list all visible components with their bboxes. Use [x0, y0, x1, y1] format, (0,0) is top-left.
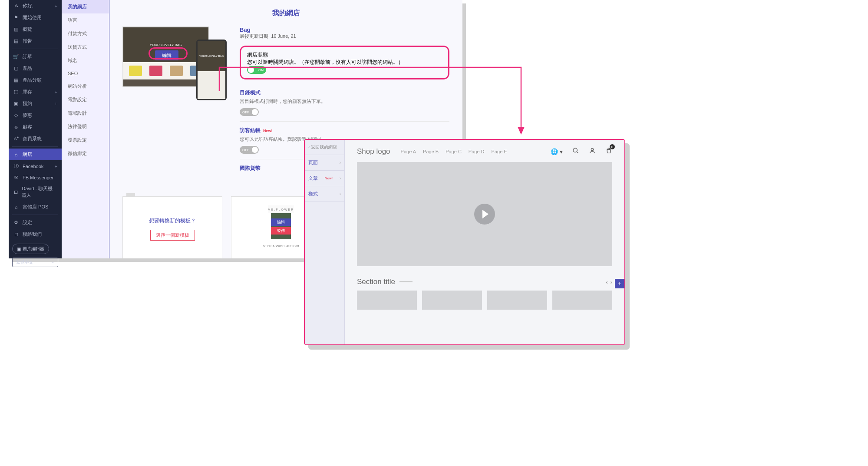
template-question: 想要轉換新的模板？: [149, 217, 196, 225]
cart-icon: 🛒: [13, 54, 19, 59]
page-link[interactable]: Page E: [492, 149, 507, 154]
sidebar-item-實體店 POS[interactable]: ⌂實體店 POS: [9, 201, 62, 213]
svg-point-0: [573, 148, 577, 152]
subnav-item[interactable]: 微信綁定: [62, 147, 109, 160]
gear-icon: ⚙: [13, 220, 19, 225]
subnav-item[interactable]: 我的網店: [62, 0, 109, 13]
subnav-item[interactable]: 語言: [62, 13, 109, 27]
sidebar-item-David - 聊天機器人[interactable]: ⊡David - 聊天機器人: [9, 183, 62, 201]
brand-logo: art: [295, 245, 299, 248]
product-thumb: [149, 66, 162, 76]
page-link[interactable]: Page D: [469, 149, 485, 154]
search-icon[interactable]: [572, 147, 579, 155]
editor-back-button[interactable]: ‹ 返回我的網店: [305, 140, 344, 155]
globe-icon[interactable]: 🌐 ▾: [551, 148, 563, 155]
product-card-placeholder[interactable]: [487, 291, 547, 310]
editor-nav-item[interactable]: 頁面›: [305, 155, 344, 171]
sidebar-item-產品分類[interactable]: ▦產品分類: [9, 74, 62, 86]
catalog-mode-desc: 當目錄模式打開時，您的顧客無法下單。: [240, 98, 449, 105]
choose-template-button[interactable]: 選擇一個新模板: [150, 230, 195, 241]
sidebar-item-設定[interactable]: ⚙設定: [9, 217, 62, 228]
sidebar-items: ዶ你好,+⚑開始使用▥概覽▤報告🛒訂單▢產品▦產品分類⬚庫存+▣預約+◇優惠☺顧…: [9, 0, 62, 240]
video-block[interactable]: [357, 162, 612, 266]
subnav-item[interactable]: 電郵設計: [62, 106, 109, 120]
sidebar-item-庫存[interactable]: ⬚庫存+: [9, 86, 62, 98]
image-editor-label: 圖片編輯器: [23, 246, 44, 252]
expand-icon: +: [55, 3, 57, 9]
guest-checkout-toggle[interactable]: OFF: [240, 146, 259, 154]
subnav-item[interactable]: 發票設定: [62, 133, 109, 147]
store-status-desc: 您可以隨時關閉網店。（在您開啟前，沒有人可以訪問您的網站。）: [247, 59, 442, 66]
editor-nav-item[interactable]: 文章New!›: [305, 171, 344, 186]
face-icon: ☺: [13, 125, 19, 130]
brand-logo: STYLE: [263, 245, 273, 248]
tag-icon: ▢: [13, 66, 19, 71]
editor-sidebar: ‹ 返回我的網店 頁面›文章New!›樣式›: [305, 140, 345, 344]
store-status-toggle[interactable]: ON: [247, 66, 266, 74]
section-divider: [399, 281, 413, 282]
sidebar-item-網店[interactable]: ⌂網店: [9, 149, 62, 160]
language-label: 繁體中文: [16, 259, 33, 265]
sidebar-item-聯絡我們[interactable]: ◻聯絡我們: [9, 228, 62, 240]
page-link[interactable]: Page B: [423, 149, 439, 154]
product-thumb: [129, 66, 142, 76]
subnav-item[interactable]: SEO: [62, 67, 109, 79]
sidebar-item-預約[interactable]: ▣預約+: [9, 98, 62, 109]
edit-store-button[interactable]: 編輯: [155, 50, 178, 60]
users-icon: ዶ⁺: [13, 136, 19, 142]
subnav-item[interactable]: 送貨方式: [62, 40, 109, 54]
sidebar-item-你好,[interactable]: ዶ你好,+: [9, 0, 62, 12]
primary-sidebar: ዶ你好,+⚑開始使用▥概覽▤報告🛒訂單▢產品▦產品分類⬚庫存+▣預約+◇優惠☺顧…: [9, 0, 62, 258]
page-link[interactable]: Page A: [401, 149, 416, 154]
section-title: Section title: [357, 278, 395, 286]
subnav-item[interactable]: 電郵設定: [62, 93, 109, 106]
sidebar-item-會員系統[interactable]: ዶ⁺會員系統: [9, 133, 62, 145]
shop-icon: ⌂: [13, 205, 19, 210]
template-edit-button[interactable]: 編輯: [271, 218, 291, 226]
page-link[interactable]: Page C: [446, 149, 462, 154]
language-select[interactable]: 繁體中文 ⌄: [12, 258, 58, 267]
sidebar-item-優惠[interactable]: ◇優惠: [9, 109, 62, 121]
sidebar-item-訂單[interactable]: 🛒訂單: [9, 51, 62, 63]
store-status-highlight: 網店狀態 您可以隨時關閉網店。（在您開啟前，沒有人可以訪問您的網站。） ON: [240, 46, 449, 79]
template-brand-logos: STYLEAScuteCLASSICart: [263, 239, 299, 252]
product-card-placeholder[interactable]: [357, 291, 417, 310]
subnav-item[interactable]: 付款方式: [62, 27, 109, 40]
sidebar-item-產品[interactable]: ▢產品: [9, 63, 62, 74]
user-icon: ዶ: [13, 3, 19, 9]
image-editor-button[interactable]: ▣ 圖片編輯器: [12, 244, 49, 254]
template-publish-button[interactable]: 發佈: [271, 227, 291, 235]
catalog-mode-toggle[interactable]: OFF: [240, 108, 259, 116]
brand-logo: AS: [273, 245, 277, 248]
user-icon[interactable]: [589, 147, 596, 155]
carousel-next-icon[interactable]: ›: [611, 279, 612, 285]
new-badge: New!: [263, 129, 273, 133]
shop-last-updated: 最後更新日期: 16 June, 21: [240, 33, 449, 40]
sidebar-item-FB Messenger[interactable]: ✉FB Messenger: [9, 172, 62, 183]
hero-tagline: YOUR LOVELY BAG: [150, 43, 182, 47]
subnav-item[interactable]: 法律聲明: [62, 120, 109, 133]
sidebar-item-開始使用[interactable]: ⚑開始使用: [9, 12, 62, 23]
subnav-item[interactable]: 網站分析: [62, 79, 109, 93]
carousel-prev-icon[interactable]: ‹: [606, 279, 607, 285]
sidebar-item-報告[interactable]: ▤報告: [9, 35, 62, 47]
brand-logo: cute: [277, 245, 282, 248]
product-card-placeholder[interactable]: [552, 291, 612, 310]
fb-icon: ⓕ: [13, 163, 19, 169]
subnav-item[interactable]: 域名: [62, 54, 109, 67]
sidebar-item-概覽[interactable]: ▥概覽: [9, 23, 62, 35]
flag-icon: ⚑: [13, 15, 19, 20]
sidebar-item-顧客[interactable]: ☺顧客: [9, 121, 62, 133]
play-icon[interactable]: [474, 204, 495, 225]
add-section-button[interactable]: +: [615, 279, 624, 288]
cart-badge: 0: [610, 144, 615, 149]
shop-name: Bag: [240, 26, 449, 33]
cart-icon[interactable]: 0: [605, 147, 612, 156]
brand-logo: CLASSIC: [282, 245, 295, 248]
editor-nav-item[interactable]: 樣式›: [305, 186, 344, 202]
catalog-mode-title: 目錄模式: [240, 89, 449, 96]
product-card-placeholder[interactable]: [422, 291, 482, 310]
product-thumb: [170, 66, 183, 76]
sidebar-item-Facebook[interactable]: ⓕFacebook+: [9, 160, 62, 172]
box-icon: ⬚: [13, 89, 19, 95]
